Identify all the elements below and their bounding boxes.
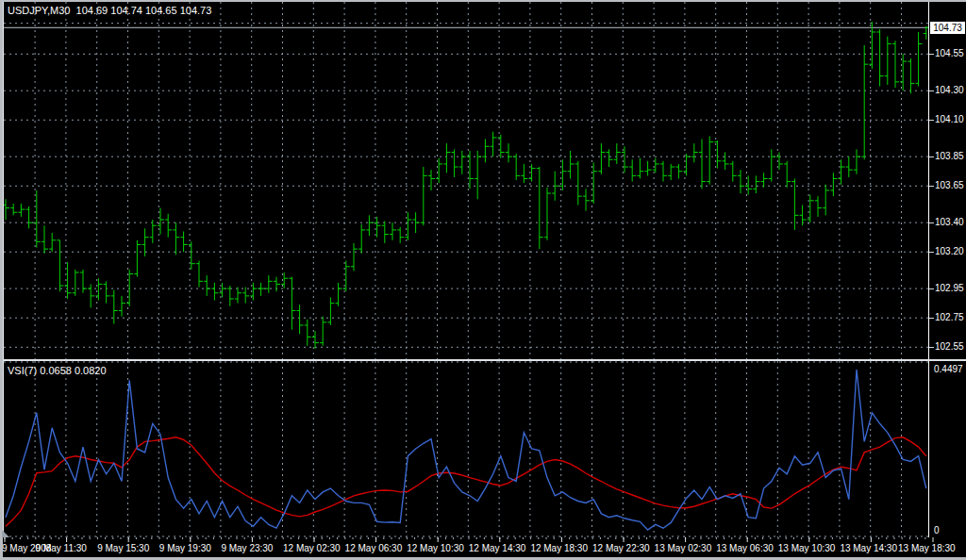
time-axis-label: 12 May 22:30	[592, 543, 650, 553]
indicator-pane[interactable]: VSI(7) 0.0658 0.0820	[3, 361, 928, 537]
ohlc-bar	[830, 173, 837, 196]
ohlc-bar	[861, 45, 868, 159]
price-axis-tick	[929, 91, 934, 91]
ohlc-bar	[312, 331, 319, 349]
ohlc-bar	[173, 222, 179, 255]
window-frame-top	[0, 0, 966, 2]
ohlc-bar	[150, 220, 157, 243]
time-axis-label: 12 May 10:30	[407, 543, 464, 553]
time-axis-label: 9 May 15:30	[97, 543, 149, 553]
time-axis-label: 12 May 14:30	[469, 543, 526, 553]
price-axis-label: 104.30	[935, 85, 964, 96]
indicator-max-label: 0.4497	[934, 364, 963, 374]
indicator-axis[interactable]: 0.4497 0	[928, 361, 966, 537]
ohlc-bar	[443, 143, 450, 173]
ohlc-bar	[761, 173, 768, 188]
price-axis-label: 103.65	[935, 180, 964, 191]
ohlc-bar	[297, 305, 304, 334]
time-axis-label: 13 May 18:30	[898, 543, 956, 553]
ohlc-bar	[320, 317, 326, 346]
price-pane[interactable]: USDJPY,M30 104.69 104.74 104.65 104.73	[3, 2, 928, 359]
ohlc-bar	[583, 189, 590, 210]
ohlc-bar	[343, 261, 350, 292]
ohlc-bar	[637, 158, 643, 179]
ohlc-bar	[452, 149, 458, 177]
price-axis-tick	[929, 186, 934, 187]
ohlc-bar	[475, 151, 481, 199]
time-axis-label: 9 May 23:30	[221, 543, 273, 553]
ohlc-bar	[800, 205, 807, 225]
ohlc-bar	[18, 204, 25, 217]
ohlc-bar	[336, 283, 342, 306]
ohlc-bar	[211, 283, 218, 301]
indicator-title: VSI(7) 0.0658 0.0820	[8, 365, 107, 376]
ohlc-bar	[869, 22, 875, 69]
ohlc-bar	[42, 225, 48, 254]
ohlc-bar	[196, 261, 203, 288]
ohlc-bar	[204, 275, 210, 296]
price-axis-label: 104.10	[935, 114, 964, 125]
ohlc-bar	[846, 156, 853, 177]
ohlc-bar	[521, 164, 527, 183]
price-axis-tick	[929, 288, 934, 289]
price-axis-tick	[929, 252, 934, 253]
ohlc-bar	[134, 240, 141, 277]
price-axis-label: 102.55	[935, 341, 964, 353]
price-chart-canvas[interactable]	[4, 2, 928, 359]
time-axis-label: 9 May 19:30	[159, 543, 211, 553]
price-axis-label: 102.95	[935, 283, 964, 294]
ohlc-bar	[26, 206, 33, 228]
ohlc-bar	[405, 212, 411, 240]
time-axis-label: 9 May 11:30	[36, 543, 87, 553]
ohlc-bar	[854, 149, 860, 173]
price-axis-label: 103.20	[935, 246, 964, 257]
ohlc-bar	[73, 270, 79, 296]
time-axis-label: 13 May 06:30	[716, 543, 774, 553]
ohlc-bar	[142, 228, 149, 256]
current-price-label: 104.73	[930, 22, 965, 34]
ohlc-bar	[784, 161, 791, 188]
ohlc-bar	[111, 290, 118, 324]
indicator-chart-canvas[interactable]	[4, 361, 928, 537]
time-axis-label: 13 May 02:30	[655, 543, 712, 553]
ohlc-bar	[568, 151, 575, 179]
price-axis-label: 103.40	[935, 217, 964, 228]
ohlc-bar	[877, 29, 884, 87]
ohlc-bar	[629, 159, 636, 181]
ohlc-bar	[660, 161, 667, 182]
ohlc-bar	[119, 296, 125, 317]
time-axis[interactable]: 9 May 20089 May 11:309 May 15:309 May 19…	[0, 537, 966, 557]
ohlc-bar	[607, 149, 613, 167]
ohlc-bar	[707, 136, 713, 184]
price-axis-tick	[929, 222, 934, 223]
ohlc-bar	[397, 227, 404, 243]
ohlc-bar	[691, 143, 698, 162]
price-axis-tick	[929, 120, 934, 121]
ohlc-bar	[49, 233, 56, 252]
ohlc-bar	[34, 190, 41, 248]
ohlc-bar	[266, 275, 273, 293]
ohlc-bar	[274, 277, 280, 292]
window-frame-left	[0, 0, 3, 557]
ohlc-bar	[506, 143, 512, 162]
ohlc-bar	[242, 288, 249, 304]
ohlc-bar	[614, 143, 621, 164]
ohlc-bar	[413, 212, 420, 233]
ohlc-bar	[675, 164, 682, 179]
ohlc-bar	[165, 214, 172, 238]
indicator-line-main	[6, 370, 926, 530]
ohlc-bar	[10, 204, 17, 215]
ohlc-bar	[537, 167, 543, 249]
ohlc-bar	[598, 143, 605, 174]
symbol-timeframe-label: USDJPY,M30	[8, 5, 70, 16]
indicator-min-label: 0	[934, 525, 940, 535]
ohlc-bar	[885, 37, 891, 85]
ohlc-quote-label: 104.69 104.74 104.65 104.73	[76, 5, 212, 16]
ohlc-bar	[4, 199, 9, 220]
indicator-line-signal	[6, 437, 926, 527]
ohlc-bar	[575, 161, 582, 206]
ohlc-bar	[668, 164, 675, 180]
ohlc-bar	[513, 154, 520, 180]
price-axis[interactable]: 104.73 104.55104.30104.10103.85103.65103…	[928, 0, 966, 359]
ohlc-bar	[227, 286, 234, 306]
